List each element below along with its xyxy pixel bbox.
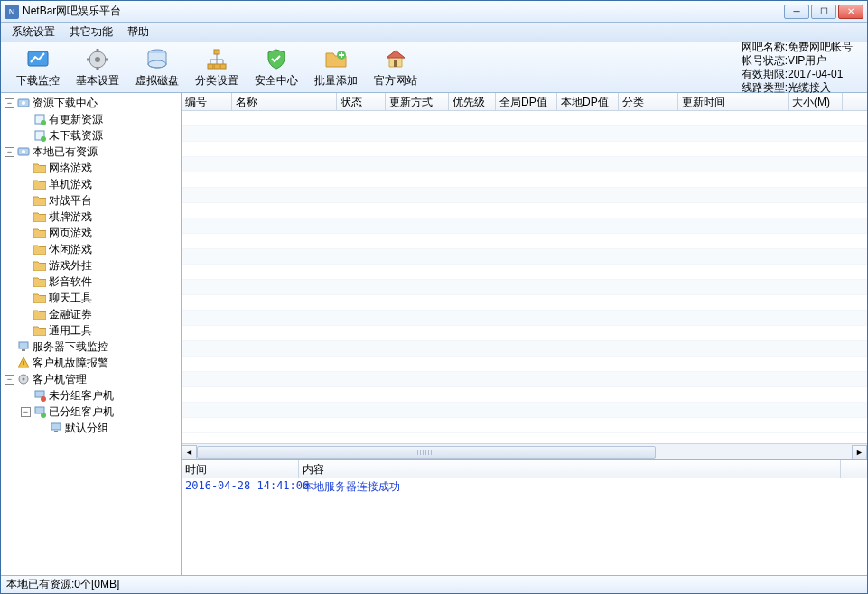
menu-help[interactable]: 帮助 — [120, 23, 156, 42]
column-header[interactable]: 优先级 — [449, 93, 496, 110]
resource-table-body[interactable] — [182, 111, 867, 443]
log-panel: 时间内容 2016-04-28 14:41:06本地服务器连接成功 — [182, 459, 867, 575]
tool-label: 批量添加 — [314, 73, 358, 88]
log-column-header[interactable]: 时间 — [182, 460, 299, 478]
table-row — [182, 265, 867, 280]
tree-node[interactable]: 客户机故障报警 — [1, 355, 181, 371]
svg-rect-11 — [214, 64, 219, 69]
horizontal-scrollbar[interactable]: ◄ ► — [182, 443, 867, 459]
tree-node[interactable]: 有更新资源 — [1, 111, 181, 127]
table-row — [182, 341, 867, 357]
log-row[interactable]: 2016-04-28 14:41:06本地服务器连接成功 — [182, 478, 867, 494]
tree-node[interactable]: 休闲游戏 — [1, 241, 181, 257]
scroll-track[interactable] — [197, 445, 852, 459]
table-row — [182, 111, 867, 126]
resource-icon — [33, 112, 47, 126]
tree-node-label: 客户机故障报警 — [33, 356, 108, 371]
table-row — [182, 218, 867, 234]
table-row — [182, 357, 867, 372]
alert-icon — [16, 356, 31, 370]
folder-icon — [33, 291, 47, 305]
column-header[interactable]: 更新时间 — [678, 93, 789, 110]
tree-node-label: 本地已有资源 — [33, 144, 98, 160]
tree-node[interactable]: 未分组客户机 — [1, 387, 181, 404]
info-status-label: 帐号状态: — [742, 54, 788, 67]
tree-node-label: 对战平台 — [49, 193, 92, 209]
tree-node-label: 服务器下载监控 — [33, 339, 108, 355]
virtual-disk-button[interactable]: 虚拟磁盘 — [127, 44, 187, 91]
tree-node[interactable]: 默认分组 — [1, 420, 181, 436]
basic-settings-button[interactable]: 基本设置 — [68, 44, 127, 91]
tree-node[interactable]: 聊天工具 — [1, 290, 181, 306]
collapse-icon[interactable]: − — [5, 375, 14, 385]
tree-node[interactable]: 网页游戏 — [1, 225, 181, 241]
table-row — [182, 142, 867, 157]
collapse-icon[interactable]: − — [21, 407, 31, 417]
column-header[interactable]: 分类 — [619, 93, 678, 110]
table-row — [182, 295, 867, 311]
column-header[interactable]: 大小(M) — [789, 93, 843, 110]
tree-node[interactable]: −已分组客户机 — [1, 404, 181, 420]
scroll-thumb[interactable] — [197, 446, 656, 459]
tree-node[interactable]: 服务器下载监控 — [1, 339, 181, 355]
tool-label: 安全中心 — [255, 73, 298, 88]
scroll-left-button[interactable]: ◄ — [182, 445, 197, 459]
table-row — [182, 126, 867, 142]
tree-node-label: 未下载资源 — [49, 128, 103, 144]
column-header[interactable]: 名称 — [232, 93, 337, 110]
log-column-header[interactable]: 内容 — [299, 460, 841, 478]
column-header[interactable]: 本地DP值 — [557, 93, 619, 110]
maximize-button[interactable]: ☐ — [811, 5, 836, 19]
tree-node[interactable]: −客户机管理 — [1, 371, 181, 387]
tool-label: 虚拟磁盘 — [135, 73, 179, 88]
official-site-button[interactable]: 官方网站 — [366, 44, 425, 91]
minimize-button[interactable]: ─ — [784, 5, 809, 19]
log-table-body[interactable]: 2016-04-28 14:41:06本地服务器连接成功 — [182, 478, 867, 575]
tree-icon — [204, 47, 229, 72]
folder-icon — [33, 258, 47, 273]
tree-node[interactable]: 金融证券 — [1, 306, 181, 322]
tree-node[interactable]: 通用工具 — [1, 322, 181, 339]
tree-node[interactable]: 单机游戏 — [1, 176, 181, 192]
tree-node-label: 棋牌游戏 — [49, 209, 92, 225]
collapse-icon[interactable]: − — [5, 98, 14, 108]
column-header[interactable]: 编号 — [182, 93, 232, 110]
tree-node-label: 网页游戏 — [49, 226, 92, 241]
tree-node-label: 资源下载中心 — [33, 96, 98, 111]
scroll-right-button[interactable]: ► — [852, 445, 867, 459]
folder-icon — [33, 193, 47, 208]
tree-node[interactable]: 游戏外挂 — [1, 257, 181, 274]
tree-node[interactable]: −本地已有资源 — [1, 144, 181, 160]
close-button[interactable]: ✕ — [838, 5, 863, 19]
tree-node[interactable]: 未下载资源 — [1, 127, 181, 144]
security-center-button[interactable]: 安全中心 — [247, 44, 306, 91]
log-time: 2016-04-28 14:41:06 — [182, 478, 299, 494]
tree-node[interactable]: 网络游戏 — [1, 160, 181, 176]
column-header[interactable]: 全局DP值 — [496, 93, 557, 110]
svg-point-29 — [22, 150, 25, 153]
menu-other-functions[interactable]: 其它功能 — [62, 23, 120, 42]
tree-node[interactable]: 影音软件 — [1, 274, 181, 290]
svg-rect-10 — [208, 64, 213, 69]
category-settings-button[interactable]: 分类设置 — [187, 44, 247, 91]
download-monitor-button[interactable]: 下载监控 — [8, 44, 68, 91]
navigation-tree[interactable]: −资源下载中心有更新资源未下载资源−本地已有资源网络游戏单机游戏对战平台棋牌游戏… — [1, 93, 182, 575]
tree-node-label: 网络游戏 — [49, 161, 92, 176]
tree-node-label: 聊天工具 — [49, 291, 92, 306]
folder-icon — [33, 242, 47, 256]
titlebar[interactable]: N NetBar网吧娱乐平台 ─ ☐ ✕ — [1, 1, 867, 23]
table-row — [182, 157, 867, 172]
column-header[interactable]: 更新方式 — [386, 93, 449, 110]
tree-node-label: 未分组客户机 — [49, 388, 114, 404]
table-row — [182, 280, 867, 295]
table-row — [182, 372, 867, 387]
tree-node[interactable]: 棋牌游戏 — [1, 209, 181, 225]
tree-node[interactable]: 对战平台 — [1, 192, 181, 209]
batch-add-button[interactable]: 批量添加 — [306, 44, 366, 91]
column-header[interactable]: 状态 — [337, 93, 386, 110]
collapse-icon[interactable]: − — [5, 147, 14, 157]
svg-rect-12 — [220, 64, 226, 69]
menu-system-settings[interactable]: 系统设置 — [5, 23, 62, 42]
table-row — [182, 326, 867, 341]
tree-node[interactable]: −资源下载中心 — [1, 95, 181, 111]
